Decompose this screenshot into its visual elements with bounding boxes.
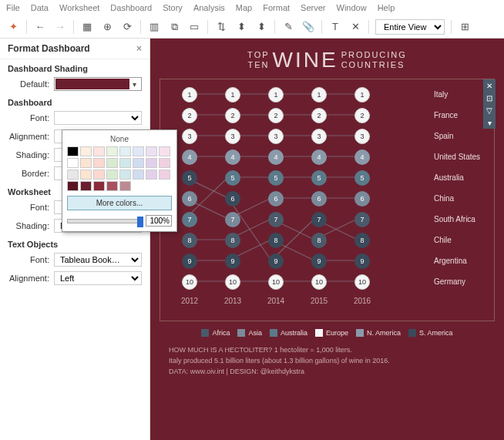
rank-node[interactable]: 3 [354,129,370,144]
color-cell[interactable] [67,146,79,156]
color-cell[interactable] [119,146,131,156]
rank-node[interactable]: 7 [311,212,327,227]
color-cell[interactable] [133,181,144,191]
sort-desc-icon[interactable]: ⬍ [254,20,268,34]
new-data-icon[interactable]: ⊕ [100,20,114,34]
color-cell[interactable] [80,181,92,191]
color-cell[interactable] [106,170,118,180]
color-cell[interactable] [67,158,79,168]
rank-node[interactable]: 3 [182,129,197,144]
rank-node[interactable]: 9 [182,254,197,269]
rank-node[interactable]: 8 [268,233,284,248]
color-cell[interactable] [159,181,170,191]
rank-node[interactable]: 4 [354,149,370,165]
rank-node[interactable]: 5 [268,170,284,186]
rank-node[interactable]: 3 [268,129,284,144]
rank-node[interactable]: 3 [225,129,240,144]
highlight-icon[interactable]: ✎ [281,20,295,34]
color-cell[interactable] [119,170,131,180]
forward-icon[interactable]: → [53,20,67,34]
dropdown-icon[interactable]: ▾ [483,116,496,129]
rank-node[interactable]: 2 [225,108,240,123]
color-cell[interactable] [159,170,170,180]
color-cell[interactable] [133,146,144,156]
menu-window[interactable]: Window [337,3,367,12]
save-icon[interactable]: ▦ [80,20,94,34]
menu-dashboard[interactable]: Dashboard [110,3,152,12]
fit-view-select[interactable]: Entire View [375,19,445,35]
color-cell[interactable] [93,181,105,191]
color-cell[interactable] [67,181,79,191]
rank-node[interactable]: 8 [225,233,240,248]
menu-worksheet[interactable]: Worksheet [59,3,99,12]
rank-node[interactable]: 1 [268,87,284,102]
rank-node[interactable]: 6 [311,191,327,207]
rank-node[interactable]: 4 [225,149,240,165]
new-worksheet-icon[interactable]: ▥ [147,20,161,34]
rank-node[interactable]: 10 [354,274,370,290]
rank-node[interactable]: 5 [354,170,370,186]
rank-node[interactable]: 6 [182,191,197,207]
show-cards-icon[interactable]: ⊞ [458,20,472,34]
refresh-icon[interactable]: ⟳ [120,20,134,34]
color-cell[interactable] [133,158,144,168]
rank-node[interactable]: 5 [225,170,240,186]
fix-axes-icon[interactable]: ✕ [348,20,362,34]
more-colors-button[interactable]: More colors... [67,196,172,210]
rank-node[interactable]: 2 [354,108,370,123]
menubar[interactable]: FileDataWorksheetDashboardStoryAnalysisM… [0,0,504,15]
rank-node[interactable]: 3 [311,129,327,144]
close-viz-icon[interactable]: ✕ [483,79,496,92]
color-cell[interactable] [146,146,157,156]
rank-node[interactable]: 4 [268,149,284,165]
color-cell[interactable] [106,146,118,156]
clear-icon[interactable]: ▭ [187,20,201,34]
rank-node[interactable]: 1 [354,87,370,102]
close-icon[interactable]: × [136,43,142,54]
color-none-label[interactable]: None [66,133,173,145]
rank-node[interactable]: 9 [268,254,284,269]
color-cell[interactable] [146,158,157,168]
color-cell[interactable] [80,170,92,180]
attach-icon[interactable]: 📎 [301,20,315,34]
menu-server[interactable]: Server [301,3,325,12]
rank-node[interactable]: 4 [182,149,197,165]
rank-node[interactable]: 6 [354,191,370,207]
rank-node[interactable]: 5 [311,170,327,186]
rank-node[interactable]: 9 [225,254,240,269]
color-cell[interactable] [133,170,144,180]
to-align-select[interactable]: Left [54,271,142,285]
color-cell[interactable] [93,146,105,156]
pin-icon[interactable]: ⊡ [483,92,496,104]
rank-node[interactable]: 5 [182,170,197,186]
color-cell[interactable] [159,158,170,168]
menu-format[interactable]: Format [263,3,290,12]
rank-node[interactable]: 7 [354,212,370,227]
rank-node[interactable]: 8 [182,233,197,248]
rank-node[interactable]: 6 [225,191,240,207]
color-cell[interactable] [106,158,118,168]
filter-icon[interactable]: ▽ [483,104,496,116]
rank-node[interactable]: 6 [268,191,284,207]
rank-node[interactable]: 10 [311,274,327,290]
db-font-select[interactable] [54,111,142,125]
rank-node[interactable]: 7 [225,212,240,227]
rank-node[interactable]: 8 [354,233,370,248]
color-cell[interactable] [146,181,157,191]
back-icon[interactable]: ← [33,20,47,34]
duplicate-icon[interactable]: ⧉ [167,20,181,34]
color-cell[interactable] [119,158,131,168]
menu-story[interactable]: Story [163,3,183,12]
sort-asc-icon[interactable]: ⬍ [234,20,248,34]
rank-node[interactable]: 7 [182,212,197,227]
menu-analysis[interactable]: Analysis [193,3,225,12]
menu-data[interactable]: Data [31,3,49,12]
color-cell[interactable] [80,146,92,156]
opacity-input[interactable] [146,215,172,227]
menu-file[interactable]: File [6,3,20,12]
color-cell[interactable] [106,181,118,191]
menu-map[interactable]: Map [236,3,252,12]
to-font-select[interactable]: Tableau Book… [54,253,142,267]
color-cell[interactable] [159,146,170,156]
rank-node[interactable]: 9 [354,254,370,269]
